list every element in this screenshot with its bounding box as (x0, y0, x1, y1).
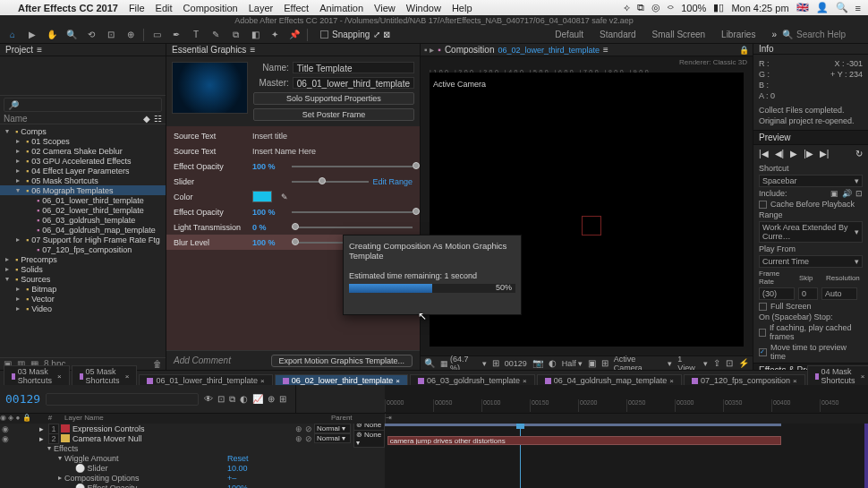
zoom-tool-icon[interactable]: 🔍 (64, 28, 79, 42)
tree-item[interactable]: ▪06_01_lower_third_template (0, 195, 166, 205)
tree-item[interactable]: ▾▪Comps (0, 126, 166, 136)
home-tool-icon[interactable]: ⌂ (5, 28, 20, 42)
timeline-layer-list[interactable]: ◉▸1Expression Controls◉▸2Camera Mover Nu… (0, 424, 295, 488)
roto-tool-icon[interactable]: ✦ (268, 28, 282, 42)
guide-rectangle[interactable] (582, 216, 601, 235)
timeline-tab[interactable]: 04 Mask Shortcuts× (807, 365, 868, 385)
range-dropdown[interactable]: Work Area Extended By Curre…▾ (759, 221, 863, 243)
eg-add-comment[interactable]: Add Comment (174, 355, 266, 365)
layer-bar[interactable]: camera jump drives other distortions (387, 436, 781, 445)
cacheplay-checkbox[interactable]: If caching, play cached frames (759, 323, 863, 341)
share-icon[interactable]: ⇪ (713, 358, 720, 368)
project-search[interactable]: 🔎 (4, 98, 162, 112)
shortcut-dropdown[interactable]: Spacebar▾ (759, 175, 863, 187)
tree-item[interactable]: ▸▪02 Camera Shake Deblur (0, 146, 166, 156)
menu-help[interactable]: Help (452, 3, 472, 13)
tree-item[interactable]: ▸▪Precomps (0, 254, 166, 264)
views-dropdown[interactable]: 1 View ▾ (677, 355, 708, 371)
comp-tab[interactable]: ▪ ▸ ▪ Composition 06_02_lower_third_temp… (421, 44, 753, 56)
dropbox-icon[interactable]: ⧉ (637, 2, 644, 13)
timeline-track-area[interactable]: camera jump drives other distortions (385, 424, 868, 488)
snapshot-icon[interactable]: 📷 (532, 358, 543, 368)
first-frame-icon[interactable]: |◀ (759, 149, 769, 158)
project-tab[interactable]: Project ≡ (0, 44, 166, 56)
eg-property-row[interactable]: Source Text (166, 143, 420, 158)
last-frame-icon[interactable]: ▶| (820, 149, 830, 158)
transparency-icon[interactable]: ⊞ (601, 358, 608, 368)
timeline-tab[interactable]: 06_01_lower_third_template× (139, 374, 272, 385)
menu-view[interactable]: View (374, 3, 396, 13)
workspace-smallscreen[interactable]: Small Screen (652, 30, 705, 39)
workspace-standard[interactable]: Standard (600, 30, 636, 39)
eraser-tool-icon[interactable]: ◧ (248, 28, 262, 42)
help-search[interactable]: 🔍Search Help (782, 30, 863, 39)
spotlight-icon[interactable]: 🔍 (836, 2, 848, 13)
frameblend-icon[interactable]: ⧉ (229, 394, 235, 405)
menu-layer[interactable]: Layer (249, 3, 274, 13)
eg-master-dropdown[interactable]: 06_01_lower_third_template ▾ (293, 77, 414, 89)
timeline-property[interactable]: ▸Compositing Options+– (0, 473, 295, 483)
cache-checkbox[interactable]: Cache Before Playback (759, 200, 863, 209)
tree-item[interactable]: ▸▪Bitmap (0, 284, 166, 294)
loop-icon[interactable]: ↻ (855, 149, 863, 158)
graph-icon[interactable]: 📈 (252, 394, 263, 405)
camera-tool-icon[interactable]: ⊡ (104, 28, 118, 42)
fast-preview-icon[interactable]: ⚡ (738, 358, 749, 368)
timeline-search[interactable] (46, 393, 199, 406)
brain-icon[interactable]: ⊕ (268, 394, 275, 405)
prev-frame-icon[interactable]: ◀| (775, 149, 785, 158)
eg-text-input[interactable] (252, 132, 413, 141)
res-icon[interactable]: ⊞ (492, 358, 499, 368)
current-timecode[interactable]: 00129 (5, 392, 40, 406)
flag-icon[interactable]: 🇬🇧 (796, 2, 809, 13)
fullscreen-checkbox[interactable]: Full Screen (759, 302, 863, 311)
framerate-field[interactable]: (30) (759, 287, 795, 300)
battery-icon[interactable]: ▮▯ (713, 2, 724, 13)
tree-item[interactable]: ▸▪Vector (0, 294, 166, 304)
name-column[interactable]: Name (4, 114, 143, 124)
comp-name-link[interactable]: 06_02_lower_third_template (498, 46, 600, 55)
shape-tool-icon[interactable]: ▭ (149, 28, 164, 42)
tree-item[interactable]: ▪06_04_goldrush_map_template (0, 225, 166, 235)
timeline-property[interactable]: ⚪ Effect Opacity100% (0, 483, 295, 488)
resolution-dropdown[interactable]: Half ▾ (562, 359, 583, 368)
channel-icon[interactable]: ◐ (549, 358, 557, 368)
preview-tab[interactable]: Preview (753, 130, 868, 145)
type-tool-icon[interactable]: T (189, 28, 203, 42)
res-field[interactable]: Auto (821, 287, 857, 300)
tree-item[interactable]: ▸▪07 Support for High Frame Rate Ftg (0, 235, 166, 244)
include-video-icon[interactable]: ▣ (830, 189, 838, 198)
tree-item[interactable]: ▪06_02_lower_third_template (0, 205, 166, 215)
camera-dropdown[interactable]: Active Camera ▾ (614, 355, 673, 371)
renderer-label[interactable]: Renderer: Classic 3D (679, 58, 747, 66)
timeline-tab[interactable]: 03 Mask Shortcuts× (4, 365, 70, 385)
lock-icon[interactable]: 🔒 (739, 46, 749, 55)
tree-item[interactable]: ▾▪Sources (0, 274, 166, 284)
playfrom-dropdown[interactable]: Current Time▾ (759, 255, 863, 268)
workspace-libraries[interactable]: Libraries (721, 30, 755, 39)
eg-property-row[interactable]: Effect Opacity100 % (166, 158, 420, 174)
include-overlay-icon[interactable]: ⊡ (855, 189, 863, 198)
eg-poster-button[interactable]: Set Poster Frame (253, 108, 414, 121)
next-frame-icon[interactable]: |▶ (804, 149, 813, 158)
eg-property-row[interactable]: Light Transmission0 % (166, 219, 420, 235)
eg-property-row[interactable]: Color✎ (166, 189, 420, 204)
panbehind-tool-icon[interactable]: ⊕ (123, 28, 138, 42)
eg-text-input[interactable] (252, 147, 413, 156)
parent-header[interactable]: Parent (331, 414, 353, 424)
menu-animation[interactable]: Animation (319, 3, 363, 13)
trash-icon[interactable]: 🗑 (153, 359, 162, 369)
eg-solo-button[interactable]: Solo Supported Properties (253, 92, 414, 105)
hand-tool-icon[interactable]: ✋ (45, 28, 59, 42)
eg-slider[interactable] (292, 181, 369, 183)
play-icon[interactable]: ▶ (790, 149, 797, 158)
work-area-bar[interactable] (385, 424, 781, 426)
puppet-tool-icon[interactable]: 📌 (287, 28, 302, 42)
menu-edit[interactable]: Edit (156, 3, 173, 13)
timeline-property[interactable]: ▾Wiggle AmountReset (0, 453, 295, 463)
timeline-property[interactable]: ▾Effects (0, 443, 295, 453)
snapping-toggle[interactable]: Snapping ⤢ ⊠ (320, 30, 390, 39)
tree-item[interactable]: ▸▪01 Scopes (0, 136, 166, 146)
eg-property-row[interactable]: SliderEdit Range (166, 174, 420, 189)
eg-slider[interactable] (292, 211, 413, 213)
